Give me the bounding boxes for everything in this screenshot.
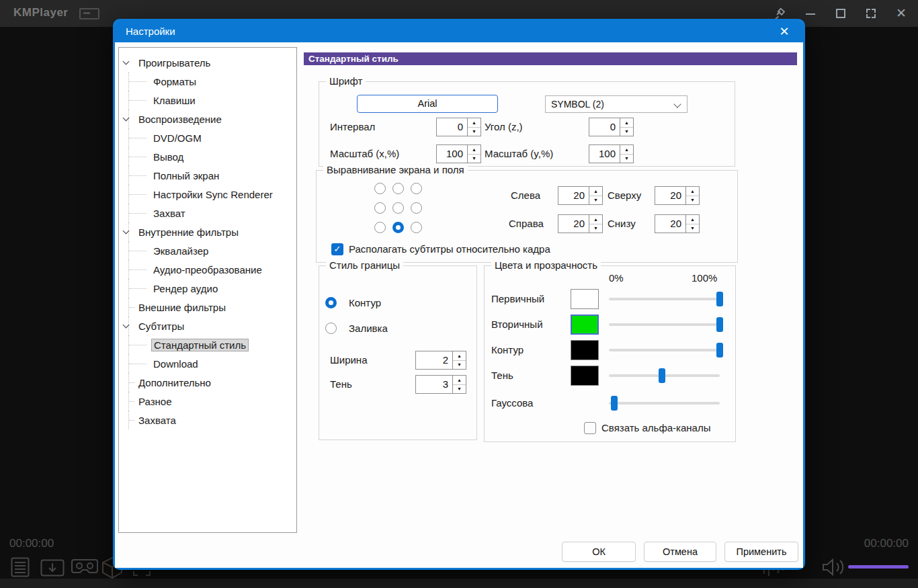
dialog-titlebar[interactable]: Настройки ✕ xyxy=(115,21,803,42)
tree-item[interactable]: Разное xyxy=(119,392,296,411)
scale-y-spinner[interactable]: 100 ▲▼ xyxy=(589,144,634,163)
align-bottom-right-radio[interactable] xyxy=(411,222,422,233)
spin-down-icon[interactable]: ▼ xyxy=(468,127,481,136)
download-icon[interactable] xyxy=(40,559,65,577)
slider-thumb[interactable] xyxy=(659,368,665,383)
tree-item[interactable]: Эквалайзер xyxy=(119,241,296,260)
speaker-icon[interactable] xyxy=(821,558,845,577)
align-top-center-radio[interactable] xyxy=(392,183,404,194)
tree-item[interactable]: Внутренние фильтры xyxy=(119,222,296,241)
spin-up-icon[interactable]: ▲ xyxy=(686,215,699,224)
spin-up-icon[interactable]: ▲ xyxy=(620,118,633,127)
spin-up-icon[interactable]: ▲ xyxy=(589,215,602,224)
margin-left-spinner[interactable]: 20 ▲▼ xyxy=(558,186,603,205)
tree-item[interactable]: Внешние фильтры xyxy=(119,298,296,317)
angle-spinner[interactable]: 0 ▲▼ xyxy=(589,118,634,136)
ok-button[interactable]: ОК xyxy=(562,542,636,562)
tree-item[interactable]: Рендер аудио xyxy=(119,279,296,298)
slider-thumb[interactable] xyxy=(716,343,723,358)
chevron-down-icon[interactable] xyxy=(123,228,130,235)
link-alpha-checkbox[interactable] xyxy=(584,422,596,434)
tree-item[interactable]: Настройки Sync Renderer xyxy=(119,185,296,204)
pin-icon[interactable] xyxy=(774,7,786,19)
outline-alpha-slider[interactable] xyxy=(609,349,720,351)
spin-up-icon[interactable]: ▲ xyxy=(468,145,481,154)
secondary-color-swatch[interactable] xyxy=(571,314,599,335)
chevron-down-icon[interactable] xyxy=(123,115,130,122)
align-middle-left-radio[interactable] xyxy=(374,202,386,214)
tree-item[interactable]: Захвата xyxy=(119,411,296,429)
tree-item[interactable]: Download xyxy=(119,354,296,373)
spin-up-icon[interactable]: ▲ xyxy=(453,376,466,384)
tree-item[interactable]: Клавиши xyxy=(119,91,296,110)
width-spinner[interactable]: 2 ▲▼ xyxy=(415,351,466,370)
secondary-alpha-slider[interactable] xyxy=(609,323,720,326)
cancel-button[interactable]: Отмена xyxy=(644,542,716,562)
margin-bottom-spinner[interactable]: 20 ▲▼ xyxy=(655,214,700,233)
align-top-right-radio[interactable] xyxy=(411,183,422,194)
margin-right-spinner[interactable]: 20 ▲▼ xyxy=(558,214,603,233)
outline-color-swatch[interactable] xyxy=(571,340,599,360)
tree-item[interactable]: Вывод xyxy=(119,147,296,166)
tree-item-selected[interactable]: Стандартный стиль xyxy=(119,335,296,354)
tree-item[interactable]: Субтитры xyxy=(119,317,296,335)
shadow-color-swatch[interactable] xyxy=(571,366,599,386)
vr-glasses-icon[interactable] xyxy=(71,558,98,577)
interval-spinner[interactable]: 0 ▲▼ xyxy=(436,118,481,136)
shadow-spinner[interactable]: 3 ▲▼ xyxy=(415,375,466,394)
minimize-icon[interactable] xyxy=(804,7,817,19)
primary-color-swatch[interactable] xyxy=(571,289,599,309)
chevron-down-icon[interactable] xyxy=(123,322,130,329)
spin-down-icon[interactable]: ▼ xyxy=(686,224,699,233)
tree-item[interactable]: Проигрыватель xyxy=(119,53,296,72)
apply-button[interactable]: Применить xyxy=(724,542,798,562)
spin-up-icon[interactable]: ▲ xyxy=(686,187,699,196)
shadow-alpha-slider[interactable] xyxy=(609,374,720,377)
spin-up-icon[interactable]: ▲ xyxy=(468,118,481,127)
dialog-close-icon[interactable]: ✕ xyxy=(775,21,794,42)
scale-x-spinner[interactable]: 100 ▲▼ xyxy=(436,144,481,163)
charset-dropdown[interactable]: SYMBOL (2) xyxy=(545,95,687,113)
font-select-button[interactable]: Arial xyxy=(357,95,498,113)
spin-down-icon[interactable]: ▼ xyxy=(453,360,466,370)
slider-thumb[interactable] xyxy=(611,396,618,411)
spin-down-icon[interactable]: ▼ xyxy=(686,196,699,205)
tree-item[interactable]: Воспроизведение xyxy=(119,110,296,128)
tree-item[interactable]: Форматы xyxy=(119,72,296,91)
outline-radio-label[interactable]: Контур xyxy=(349,294,381,312)
playlist-icon[interactable] xyxy=(11,557,30,577)
spin-down-icon[interactable]: ▼ xyxy=(468,154,481,163)
fill-radio[interactable] xyxy=(325,323,337,334)
spin-down-icon[interactable]: ▼ xyxy=(453,384,466,394)
tree-item[interactable]: Аудио-преобразование xyxy=(119,260,296,279)
tree-item[interactable]: Полный экран xyxy=(119,166,296,185)
spin-down-icon[interactable]: ▼ xyxy=(620,154,633,163)
tree-item[interactable]: Дополнительно xyxy=(119,373,296,392)
margin-top-spinner[interactable]: 20 ▲▼ xyxy=(655,186,700,205)
spin-down-icon[interactable]: ▼ xyxy=(620,127,633,136)
align-top-left-radio[interactable] xyxy=(374,183,386,194)
spin-down-icon[interactable]: ▼ xyxy=(589,224,602,233)
tree-item[interactable]: DVD/OGM xyxy=(119,128,296,147)
slider-thumb[interactable] xyxy=(716,292,723,306)
primary-alpha-slider[interactable] xyxy=(609,298,720,300)
align-middle-center-radio[interactable] xyxy=(392,202,404,214)
slider-thumb[interactable] xyxy=(716,317,723,332)
align-middle-right-radio[interactable] xyxy=(411,202,422,214)
volume-slider[interactable] xyxy=(848,565,909,569)
spin-down-icon[interactable]: ▼ xyxy=(589,196,602,205)
outline-radio[interactable] xyxy=(325,297,337,308)
compact-window-icon[interactable] xyxy=(79,8,99,19)
spin-up-icon[interactable]: ▲ xyxy=(453,351,466,360)
fill-radio-label[interactable]: Заливка xyxy=(349,319,388,338)
position-relative-checkbox[interactable]: ✓ xyxy=(331,243,343,255)
tree-item[interactable]: Захват xyxy=(119,204,296,222)
gaussian-slider[interactable] xyxy=(609,402,720,405)
maximize-icon[interactable] xyxy=(835,7,847,19)
align-bottom-left-radio[interactable] xyxy=(374,222,386,233)
fullscreen-icon[interactable] xyxy=(865,7,877,19)
spin-up-icon[interactable]: ▲ xyxy=(589,187,602,196)
spin-up-icon[interactable]: ▲ xyxy=(620,145,633,154)
align-bottom-center-radio[interactable] xyxy=(392,222,404,233)
close-icon[interactable]: ✕ xyxy=(895,7,907,19)
